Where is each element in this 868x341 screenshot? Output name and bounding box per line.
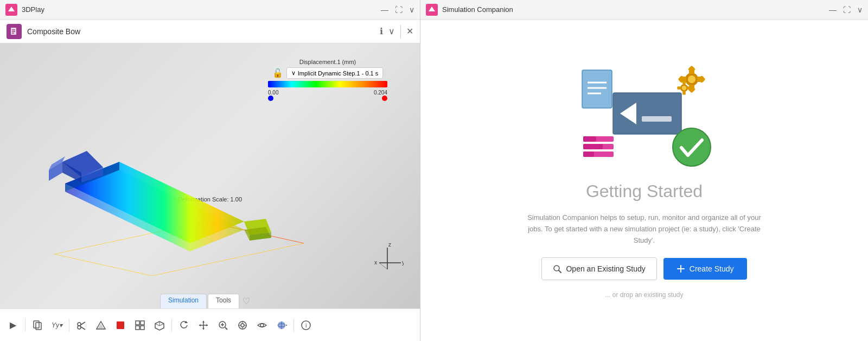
svg-marker-0 (8, 7, 15, 11)
right-minimize-btn[interactable]: — (829, 5, 837, 14)
info-circle-btn[interactable]: i (297, 317, 315, 334)
drop-hint-text: ... or drop an existing study (605, 291, 683, 299)
svg-rect-96 (583, 144, 603, 149)
sep4 (293, 319, 294, 332)
getting-started-description: Simulation Companion helps to setup, run… (520, 212, 769, 246)
svg-rect-95 (583, 136, 596, 142)
open-study-label: Open an Existing Study (566, 264, 645, 273)
dropdown-chevron: ∨ (291, 70, 296, 77)
svg-rect-88 (682, 91, 686, 95)
svg-point-52 (241, 324, 244, 327)
doc-header: Composite Bow ℹ ∨ ✕ (0, 20, 420, 43)
sphere-btn[interactable] (273, 317, 290, 334)
grid-big-icon (582, 135, 615, 162)
svg-rect-23 (34, 321, 39, 328)
eye-btn[interactable] (253, 317, 271, 334)
left-window-controls: — ⛶ ∨ (381, 5, 414, 14)
scale-max: 0.204 (374, 90, 387, 96)
left-titlebar: 3DPlay — ⛶ ∨ (0, 0, 420, 20)
svg-text:x: x (374, 260, 377, 266)
right-panel: Simulation Companion — ⛶ ∨ (420, 0, 868, 341)
red-square-btn[interactable] (112, 317, 129, 334)
lock-icon[interactable]: 🔓 (272, 68, 283, 78)
svg-rect-87 (682, 81, 686, 85)
scale-dots (268, 96, 387, 101)
right-app-title: Simulation Companion (442, 5, 825, 14)
grid-btn[interactable] (131, 317, 149, 334)
file-btn[interactable] (29, 317, 46, 334)
getting-started-section: Getting Started Simulation Companion hel… (420, 20, 868, 341)
sep2 (69, 319, 69, 332)
svg-line-19 (379, 263, 387, 269)
svg-marker-61 (286, 324, 287, 326)
svg-rect-65 (582, 70, 612, 108)
svg-rect-35 (141, 326, 144, 330)
color-scale-widget: Displacement.1 (mm) 🔓 ∨ Implicit Dynamic… (268, 59, 387, 101)
axis-btn[interactable]: Yy▾ (48, 317, 66, 334)
plus-icon (676, 264, 685, 273)
svg-rect-34 (136, 326, 139, 330)
svg-rect-33 (141, 321, 144, 325)
create-study-label: Create Study (690, 264, 734, 273)
right-maximize-btn[interactable]: ⛶ (843, 5, 851, 14)
svg-line-101 (559, 270, 561, 273)
doc-type-icon (7, 24, 22, 39)
check-big-icon (672, 127, 712, 168)
tab-simulation[interactable]: Simulation (160, 294, 207, 308)
header-divider (400, 25, 401, 38)
svg-marker-30 (98, 324, 104, 329)
displacement-title: Displacement.1 (mm) (299, 59, 356, 65)
scale-min: 0.00 (268, 90, 278, 96)
scissors-btn[interactable] (73, 317, 90, 334)
search-icon (553, 264, 561, 273)
svg-marker-45 (199, 324, 201, 326)
sep1 (25, 319, 25, 332)
svg-marker-46 (206, 324, 208, 326)
svg-rect-97 (583, 151, 594, 157)
sep3 (171, 319, 172, 332)
play-btn[interactable]: ▶ (4, 317, 22, 334)
scale-values: 0.00 0.204 (268, 90, 387, 96)
svg-marker-43 (202, 321, 205, 323)
svg-point-84 (688, 75, 695, 83)
favorite-icon[interactable]: ♡ (240, 294, 252, 308)
right-titlebar: Simulation Companion — ⛶ ∨ (420, 0, 868, 20)
left-maximize-btn[interactable]: ⛶ (395, 5, 403, 14)
cube-btn[interactable] (151, 317, 168, 334)
svg-line-39 (159, 324, 164, 326)
svg-text:i: i (305, 322, 307, 329)
refresh-btn[interactable] (175, 317, 193, 334)
svg-rect-90 (687, 86, 691, 90)
chevron-down-icon[interactable]: ∨ (388, 26, 395, 36)
3d-viewport[interactable]: Displacement.1 (mm) 🔓 ∨ Implicit Dynamic… (0, 43, 420, 308)
svg-point-25 (78, 323, 81, 326)
min-dot (268, 96, 273, 101)
right-window-controls: — ⛶ ∨ (829, 5, 863, 14)
left-minimize-btn[interactable]: — (381, 5, 388, 14)
gear-big-icon (674, 62, 710, 97)
zoom-btn[interactable] (214, 317, 232, 334)
step-dropdown[interactable]: ∨ Implicit Dynamic Step.1 - 0.1 s (286, 67, 384, 79)
svg-marker-44 (202, 328, 205, 330)
open-existing-study-button[interactable]: Open an Existing Study (541, 257, 656, 280)
svg-line-48 (225, 327, 227, 330)
clip-btn[interactable] (92, 317, 110, 334)
move-btn[interactable] (195, 317, 212, 334)
create-study-button[interactable]: Create Study (663, 258, 747, 280)
left-chevron-btn[interactable]: ∨ (409, 5, 414, 14)
info-icon[interactable]: ℹ (380, 26, 383, 36)
tab-tools[interactable]: Tools (208, 294, 239, 308)
svg-line-38 (155, 324, 159, 326)
close-icon[interactable]: ✕ (406, 26, 413, 36)
svg-point-26 (78, 326, 81, 329)
3d-model-view (33, 113, 304, 265)
right-chevron-btn[interactable]: ∨ (857, 5, 863, 14)
target-btn[interactable] (234, 317, 251, 334)
max-dot (382, 96, 387, 101)
svg-rect-73 (642, 116, 672, 122)
scale-bar-container: 🔓 ∨ Implicit Dynamic Step.1 - 0.1 s (272, 67, 384, 79)
svg-point-57 (260, 324, 264, 327)
right-app-logo (426, 4, 438, 16)
left-panel: 3DPlay — ⛶ ∨ Composite Bow ℹ ∨ ✕ Dis (0, 0, 420, 341)
doc-title: Composite Bow (27, 27, 374, 36)
